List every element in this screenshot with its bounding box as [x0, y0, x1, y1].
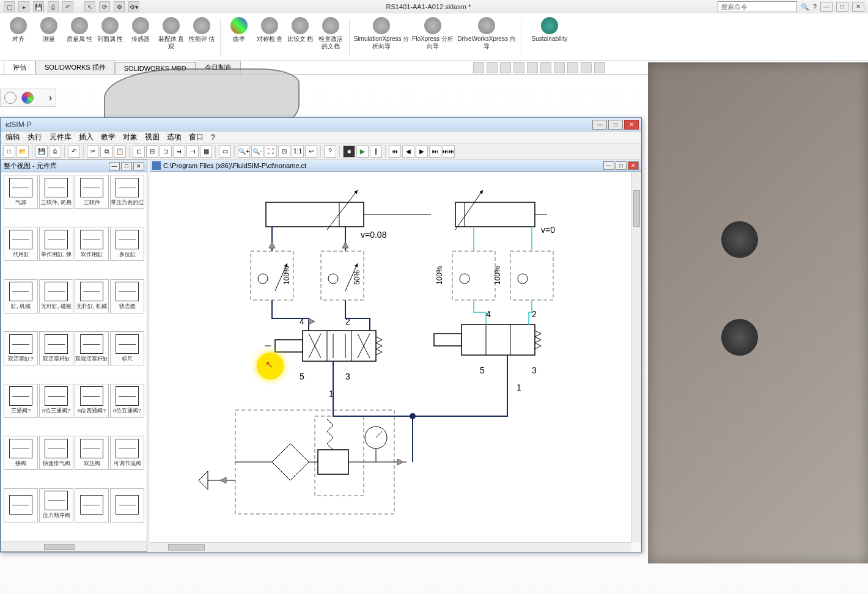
rb-mass[interactable]: 质量属 性: [65, 16, 94, 59]
fs-menu-help[interactable]: ?: [211, 133, 215, 142]
fs-tb-play[interactable]: ▶: [356, 145, 369, 158]
sw-new-icon[interactable]: ▢: [4, 1, 15, 12]
fs-menu-window[interactable]: 窗口: [189, 132, 204, 142]
sw-maximize-button[interactable]: □: [836, 2, 848, 12]
lib-component-26[interactable]: [75, 488, 109, 522]
rb-driveworks[interactable]: DriveWorksXpress 向导: [456, 16, 517, 59]
rb-asmviz[interactable]: 装配体 直观: [156, 16, 186, 59]
fs-tb-paste[interactable]: 📋: [114, 145, 126, 158]
sw-open-icon[interactable]: ▸: [18, 1, 29, 12]
lib-component-7[interactable]: 多位缸: [110, 227, 144, 261]
fs-tb-select[interactable]: ▭: [219, 145, 231, 158]
rb-sensor[interactable]: 传感器: [126, 16, 155, 59]
fs-tb-align-l[interactable]: ⊏: [133, 145, 145, 158]
fs-doc-v-scrollbar[interactable]: [631, 172, 641, 542]
vt-section-icon[interactable]: [513, 62, 524, 73]
rb-compare[interactable]: 比较文 档: [285, 16, 315, 59]
lib-component-22[interactable]: 双压阀: [75, 436, 109, 470]
fs-tb-last[interactable]: ⏭: [429, 145, 441, 158]
flow-control-2b[interactable]: [510, 251, 553, 300]
cylinder-2[interactable]: [455, 190, 547, 230]
fs-close-button[interactable]: ✕: [624, 120, 639, 130]
sw-print-icon[interactable]: ⎙: [48, 1, 59, 12]
fs-tb-print[interactable]: ⎙: [49, 145, 61, 158]
rb-checkdoc[interactable]: 检查激活 的文档: [316, 16, 345, 59]
vt-appearance-icon[interactable]: [554, 62, 565, 73]
lib-component-2[interactable]: 三联件: [75, 175, 109, 209]
fs-menu-library[interactable]: 元件库: [50, 132, 72, 142]
sw-minimize-button[interactable]: —: [820, 2, 833, 12]
fs-tb-undo[interactable]: ↶: [68, 145, 80, 158]
fs-tb-stop[interactable]: ■: [343, 145, 355, 158]
sw-undo-icon[interactable]: ↶: [62, 1, 73, 12]
lib-component-5[interactable]: 单作用缸, 弹: [39, 227, 73, 261]
fm-expand-icon[interactable]: ›: [49, 92, 52, 103]
fs-tb-zoom-out[interactable]: 🔍-: [251, 145, 263, 158]
rb-section[interactable]: 剖面属 性: [95, 16, 125, 59]
lib-component-0[interactable]: 气源: [4, 175, 38, 209]
rb-simxpress[interactable]: SimulationXpress 分析向导: [353, 16, 410, 59]
sw-options-icon[interactable]: ⚙: [114, 1, 125, 12]
fs-tb-open[interactable]: 📂: [17, 145, 29, 158]
lib-component-25[interactable]: 压力顺序阀: [39, 488, 73, 522]
fs-doc-close[interactable]: ✕: [628, 161, 639, 170]
rb-align[interactable]: 对齐: [4, 16, 33, 59]
fs-tb-align-c[interactable]: ⊟: [146, 145, 158, 158]
fs-maximize-button[interactable]: □: [608, 120, 623, 130]
vt-zoomfit-icon[interactable]: [487, 62, 498, 73]
fs-menu-teach[interactable]: 教学: [101, 132, 116, 142]
fs-tb-dist-v[interactable]: ⫣: [186, 145, 199, 158]
lib-component-9[interactable]: 无杆缸, 磁驱: [39, 279, 73, 314]
rb-measure[interactable]: 测量: [34, 16, 64, 59]
flow-control-2a[interactable]: [452, 251, 495, 300]
fs-tb-pause[interactable]: ‖: [370, 145, 382, 158]
lib-component-16[interactable]: 三通阀?: [4, 384, 38, 418]
sw-save-icon[interactable]: 💾: [33, 1, 44, 12]
vt-display-icon[interactable]: [527, 62, 538, 73]
fs-tb-align-r[interactable]: ⊐: [160, 145, 172, 158]
lib-component-4[interactable]: 代用缸: [4, 227, 38, 261]
air-service-unit[interactable]: [199, 410, 406, 514]
lib-component-17[interactable]: n位三通阀?: [39, 384, 73, 418]
vt-hide-icon[interactable]: [540, 62, 551, 73]
lib-component-8[interactable]: 缸, 机械: [4, 279, 38, 314]
lib-component-11[interactable]: 状态图: [110, 279, 144, 314]
sw-rebuild-icon[interactable]: ⟳: [99, 1, 110, 12]
fs-tb-copy[interactable]: ⧉: [100, 145, 112, 158]
fs-tb-cut[interactable]: ✂: [87, 145, 99, 158]
vt-monitor-icon[interactable]: [594, 62, 605, 73]
valve-1[interactable]: [265, 331, 382, 361]
lib-component-20[interactable]: 接阀: [4, 436, 38, 470]
sw-help-icon[interactable]: ?: [813, 3, 817, 10]
fs-titlebar[interactable]: idSIM-P — □ ✕: [1, 118, 641, 131]
sw-close-button[interactable]: ✕: [852, 2, 864, 12]
cylinder-1[interactable]: [266, 190, 431, 230]
rb-sustain[interactable]: Sustainability: [525, 16, 574, 59]
rb-curvature[interactable]: 曲率: [224, 16, 254, 59]
fs-menu-view[interactable]: 视图: [145, 132, 160, 142]
fs-doc-max[interactable]: □: [616, 161, 627, 170]
lib-component-18[interactable]: n位四通阀?: [75, 384, 109, 418]
vt-scene-icon[interactable]: [567, 62, 578, 73]
lib-component-23[interactable]: 可调节流阀: [110, 436, 144, 470]
fs-tb-info[interactable]: ?: [324, 145, 336, 158]
rb-floxpress[interactable]: FloXpress 分析向导: [411, 16, 455, 59]
fs-tb-grid[interactable]: ▦: [200, 145, 212, 158]
fs-tb-zoom-in[interactable]: 🔍+: [238, 145, 250, 158]
sw-search-input[interactable]: [718, 1, 797, 12]
fm-icon-1[interactable]: [4, 92, 17, 104]
sw-select-icon[interactable]: ↖: [84, 1, 95, 12]
fs-tb-save[interactable]: 💾: [35, 145, 48, 158]
fs-circuit-canvas[interactable]: v=0.08 v=0 100%: [150, 172, 631, 542]
fs-tb-dist-h[interactable]: ⫤: [173, 145, 185, 158]
fs-doc-min[interactable]: —: [603, 161, 614, 170]
lib-component-1[interactable]: 三联件, 简易: [39, 175, 73, 209]
lib-component-6[interactable]: 双作用缸: [75, 227, 109, 261]
fs-tb-zoom-win[interactable]: ⊡: [278, 145, 290, 158]
fs-tb-zoom-100[interactable]: 1:1: [292, 145, 304, 158]
valve-2[interactable]: [434, 324, 541, 355]
vt-render-icon[interactable]: [581, 62, 592, 73]
sw-search-icon[interactable]: 🔍: [801, 3, 809, 11]
fs-tb-zoom-prev[interactable]: ↩: [305, 145, 317, 158]
lib-component-3[interactable]: 带压力表的过: [110, 175, 144, 209]
